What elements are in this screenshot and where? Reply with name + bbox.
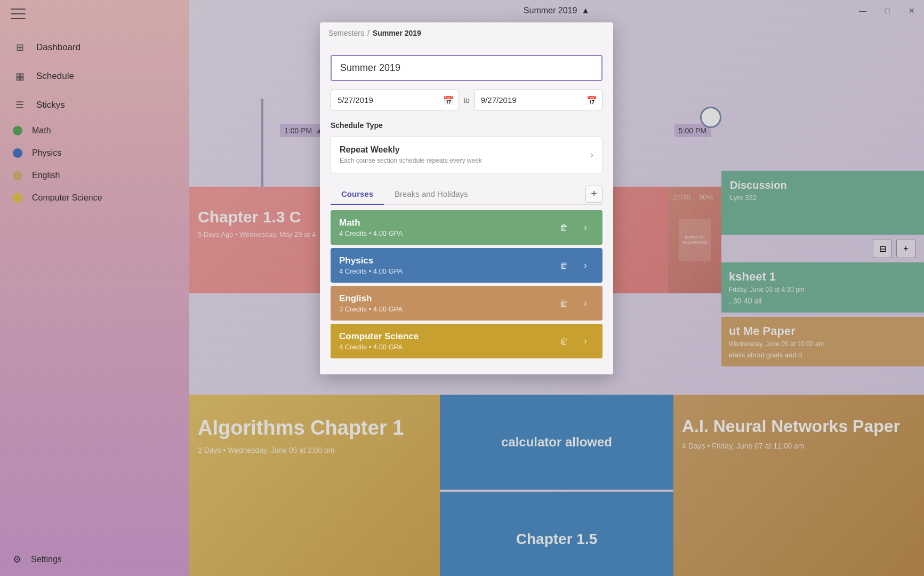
english-actions: 🗑 › xyxy=(556,295,594,312)
date-to-label: to xyxy=(463,96,470,105)
semester-modal: Semesters / Summer 2019 📅 to 📅 Schedule … xyxy=(320,22,613,374)
breadcrumb-separator: / xyxy=(367,29,369,37)
course-list: Math 4 Credits • 4.00 GPA 🗑 › Physics 4 … xyxy=(331,205,602,364)
physics-actions: 🗑 › xyxy=(556,257,594,274)
tab-breaks[interactable]: Breaks and Holidays xyxy=(384,184,479,205)
schedule-type-option[interactable]: Repeat Weekly Each course section schedu… xyxy=(331,136,602,173)
modal-body: 📅 to 📅 Schedule Type Repeat Weekly Each … xyxy=(320,44,613,374)
end-date-wrap: 📅 xyxy=(474,90,602,110)
english-course-title: English xyxy=(339,293,556,304)
course-row-physics[interactable]: Physics 4 Credits • 4.00 GPA 🗑 › xyxy=(331,248,602,283)
math-actions: 🗑 › xyxy=(556,219,594,236)
modal-titlebar: Semesters / Summer 2019 xyxy=(320,22,613,44)
tab-add-button[interactable]: + xyxy=(585,186,602,203)
math-delete-button[interactable]: 🗑 xyxy=(556,219,573,236)
cs-course-title: Computer Science xyxy=(339,331,556,342)
start-date-wrap: 📅 xyxy=(331,90,459,110)
math-course-credits: 4 Credits • 4.00 GPA xyxy=(339,229,556,237)
repeat-weekly-sub: Each course section schedule repeats eve… xyxy=(340,157,482,164)
cs-course-credits: 4 Credits • 4.00 GPA xyxy=(339,343,556,351)
schedule-type-chevron: › xyxy=(590,149,593,161)
math-info: Math 4 Credits • 4.00 GPA xyxy=(339,218,556,237)
physics-course-credits: 4 Credits • 4.00 GPA xyxy=(339,267,556,275)
course-row-english[interactable]: English 3 Credits • 4.00 GPA 🗑 › xyxy=(331,286,602,321)
breadcrumb-parent: Semesters xyxy=(328,29,364,37)
schedule-type-label: Schedule Type xyxy=(331,121,602,130)
english-course-credits: 3 Credits • 4.00 GPA xyxy=(339,305,556,313)
english-info: English 3 Credits • 4.00 GPA xyxy=(339,293,556,313)
cs-actions: 🗑 › xyxy=(556,333,594,350)
start-date-input[interactable] xyxy=(331,90,459,110)
cs-info: Computer Science 4 Credits • 4.00 GPA xyxy=(339,331,556,351)
math-chevron[interactable]: › xyxy=(577,219,594,236)
course-row-math[interactable]: Math 4 Credits • 4.00 GPA 🗑 › xyxy=(331,210,602,245)
date-row: 📅 to 📅 xyxy=(331,90,602,110)
english-chevron[interactable]: › xyxy=(577,295,594,312)
course-row-cs[interactable]: Computer Science 4 Credits • 4.00 GPA 🗑 … xyxy=(331,324,602,358)
cs-chevron[interactable]: › xyxy=(577,333,594,350)
end-date-calendar-icon[interactable]: 📅 xyxy=(586,95,597,105)
physics-chevron[interactable]: › xyxy=(577,257,594,274)
repeat-weekly-title: Repeat Weekly xyxy=(340,145,482,155)
physics-delete-button[interactable]: 🗑 xyxy=(556,257,573,274)
math-course-title: Math xyxy=(339,218,556,228)
breadcrumb-current: Summer 2019 xyxy=(373,29,421,37)
semester-name-input[interactable] xyxy=(331,55,602,81)
schedule-type-info: Repeat Weekly Each course section schedu… xyxy=(340,145,482,164)
english-delete-button[interactable]: 🗑 xyxy=(556,295,573,312)
physics-course-title: Physics xyxy=(339,255,556,266)
tab-courses[interactable]: Courses xyxy=(331,184,384,205)
end-date-input[interactable] xyxy=(474,90,602,110)
start-date-calendar-icon[interactable]: 📅 xyxy=(443,95,454,105)
physics-info: Physics 4 Credits • 4.00 GPA xyxy=(339,255,556,275)
cs-delete-button[interactable]: 🗑 xyxy=(556,333,573,350)
modal-tabs: Courses Breaks and Holidays + xyxy=(331,184,602,205)
